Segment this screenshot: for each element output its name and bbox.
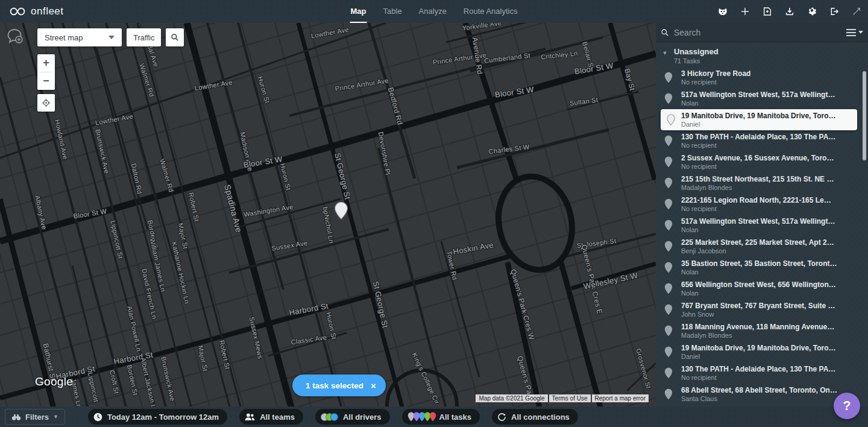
clock-icon — [93, 413, 102, 422]
street-label: bpNichol Ln — [322, 206, 335, 244]
map-search-button[interactable] — [166, 28, 184, 46]
filter-pill-all-teams[interactable]: All teams — [239, 409, 303, 425]
task-pin-icon — [656, 177, 681, 189]
terms-of-use-link[interactable]: Terms of Use — [549, 394, 591, 402]
task-recipient: No recipient — [681, 78, 750, 86]
pill-label: All tasks — [439, 413, 471, 422]
list-icon — [846, 29, 856, 36]
task-pin-icon — [656, 346, 681, 358]
traffic-toggle-button[interactable]: Traffic — [127, 28, 161, 46]
task-pin-icon — [656, 72, 681, 83]
task-recipient: Nolan — [681, 226, 835, 233]
task-pin-icon — [656, 93, 681, 104]
locate-icon — [42, 98, 51, 107]
task-recipient: Madalyn Blondes — [681, 184, 834, 191]
zoom-out-button[interactable]: − — [37, 72, 55, 90]
tab-map[interactable]: Map — [350, 0, 367, 23]
tab-analyze[interactable]: Analyze — [418, 0, 447, 23]
task-pin-icon — [656, 220, 681, 231]
report-map-error-link[interactable]: Report a map error — [592, 394, 649, 402]
filter-pill-today-12am---tomorrow-12am[interactable]: Today 12am - Tomorrow 12am — [88, 409, 227, 425]
sidebar-search-row — [656, 23, 868, 42]
export-tasks-icon[interactable] — [784, 6, 795, 17]
task-list-item[interactable]: 2221-165 Legion Road North, 2221-165 Le…… — [656, 194, 868, 215]
task-list-item[interactable]: 767 Bryant Street, 767 Bryant Street, Su… — [656, 299, 868, 320]
sidebar-scrollbar[interactable] — [863, 71, 866, 160]
top-bar: onfleet MapTableAnalyzeRoute Analytics — [0, 0, 868, 23]
tab-table[interactable]: Table — [383, 0, 403, 23]
task-title: 517a Wellington Street West, 517a Wellin… — [681, 217, 835, 226]
task-pin-icon — [656, 325, 681, 337]
task-title: 2 Sussex Avenue, 16 Sussex Avenue, Toro… — [681, 154, 834, 162]
header-actions — [717, 0, 862, 23]
chat-add-button[interactable] — [7, 28, 24, 46]
selection-close-icon[interactable]: × — [371, 381, 376, 390]
task-title: 3 Hickory Tree Road — [681, 69, 750, 78]
street-label: Walmer Rd — [159, 158, 175, 193]
task-pin-icon — [656, 262, 681, 273]
search-icon — [661, 28, 669, 37]
task-list-item[interactable]: 656 Wellington Street West, 656 Wellingt… — [656, 278, 868, 299]
main-nav: MapTableAnalyzeRoute Analytics — [350, 0, 518, 23]
task-title: 130 The PATH - Adelaide Place, 130 The P… — [681, 133, 835, 141]
task-recipient: No recipient — [681, 163, 834, 170]
sidebar-search-input[interactable] — [674, 28, 846, 37]
zoom-in-button[interactable]: + — [37, 54, 55, 72]
task-recipient: Santa Claus — [681, 395, 837, 402]
task-list-item[interactable]: 3 Hickory Tree RoadNo recipient — [656, 67, 868, 88]
street-label: Lippincott St — [109, 220, 124, 259]
task-pin-icon — [656, 388, 681, 400]
google-logo[interactable]: Google — [35, 375, 73, 388]
import-tasks-icon[interactable] — [762, 6, 773, 17]
filter-pill-all-tasks[interactable]: All tasks — [402, 409, 480, 425]
settings-icon[interactable] — [807, 6, 817, 17]
task-recipient: No recipient — [681, 142, 835, 149]
filters-button[interactable]: Filters ▼ — [5, 409, 65, 425]
task-list-item[interactable]: 19 Manitoba Drive, 19 Manitoba Drive, To… — [661, 109, 857, 130]
fullscreen-icon[interactable] — [851, 6, 862, 17]
street-label: Croft St — [108, 370, 121, 394]
task-list-item[interactable]: 130 The PATH - Adelaide Place, 130 The P… — [656, 362, 868, 384]
task-list-item[interactable]: 19 Manitoba Drive, 19 Manitoba Drive, To… — [656, 341, 868, 362]
onfleet-logo[interactable]: onfleet — [10, 5, 64, 17]
zoom-control: + − — [37, 54, 55, 90]
filters-label: Filters — [25, 413, 49, 422]
task-list-item[interactable]: 130 The PATH - Adelaide Place, 130 The P… — [656, 130, 868, 151]
map-data-credit: Map data ©2021 Google — [476, 394, 547, 402]
task-recipient: Madalyn Blondes — [681, 332, 834, 339]
map-type-dropdown[interactable]: Street map — [37, 28, 122, 46]
task-list: 3 Hickory Tree RoadNo recipient517a Well… — [656, 67, 868, 405]
list-view-toggle[interactable] — [846, 29, 863, 36]
tasks-icon — [407, 412, 435, 422]
task-list-item[interactable]: 35 Bastion Street, 35 Bastion Street, To… — [656, 257, 868, 278]
road — [610, 23, 655, 180]
filter-pill-all-drivers[interactable]: All drivers — [315, 409, 390, 425]
task-list-item[interactable]: 517a Wellington Street West, 517a Wellin… — [656, 88, 868, 109]
create-task-icon[interactable] — [740, 6, 750, 17]
mascot-icon[interactable] — [717, 6, 728, 17]
task-pin-icon — [656, 135, 681, 147]
task-list-item[interactable]: 225 Market Street, 225 Market Street, Ap… — [656, 236, 868, 257]
collapse-caret-icon[interactable]: ▼ — [656, 47, 674, 65]
task-recipient: Nolan — [681, 100, 835, 107]
locate-button[interactable] — [37, 94, 55, 112]
task-title: 767 Bryant Street, 767 Bryant Street, Su… — [681, 302, 835, 310]
map-task-pin[interactable] — [335, 202, 348, 220]
filter-pills: Today 12am - Tomorrow 12amAll teamsAll d… — [88, 409, 578, 425]
task-list-item[interactable]: 118 Manning Avenue, 118 Manning Avenue…M… — [656, 320, 868, 341]
brand-name: onfleet — [31, 5, 64, 17]
road — [579, 23, 656, 406]
task-list-item[interactable]: 215 15th Street Northeast, 215 15th St. … — [656, 172, 868, 194]
task-title: 35 Bastion Street, 35 Bastion Street, To… — [681, 259, 837, 268]
task-list-item[interactable]: 517a Wellington Street West, 517a Wellin… — [656, 215, 868, 236]
chevron-down-icon — [858, 31, 863, 34]
task-recipient: Benji Jacobson — [681, 247, 834, 255]
tab-route-analytics[interactable]: Route Analytics — [463, 0, 518, 23]
help-button[interactable]: ? — [834, 393, 860, 419]
map-canvas[interactable]: Yorkville AveLowther AveKendal AvePrince… — [0, 23, 656, 406]
sign-out-icon[interactable] — [829, 6, 840, 17]
group-count: 71 Tasks — [674, 57, 719, 65]
filter-pill-all-connections[interactable]: All connections — [492, 409, 578, 425]
chevron-down-icon — [108, 36, 115, 39]
task-list-item[interactable]: 2 Sussex Avenue, 16 Sussex Avenue, Toro…… — [656, 151, 868, 172]
